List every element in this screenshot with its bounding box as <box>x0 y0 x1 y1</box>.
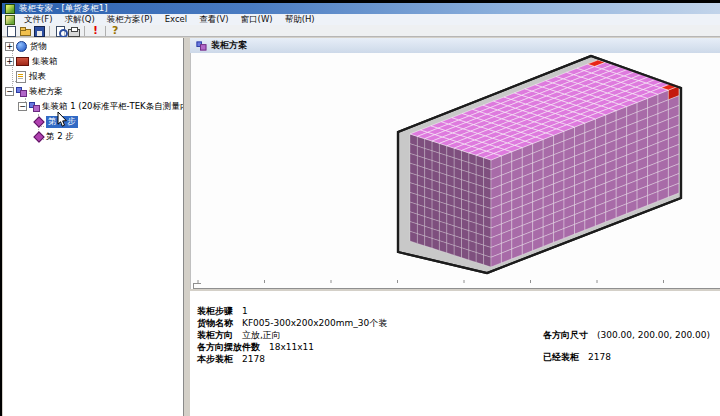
toolbar-separator <box>105 26 106 36</box>
new-document-button[interactable] <box>4 25 18 37</box>
info-label: 装柜步骤 <box>197 306 233 316</box>
tree-item-label: 装柜方案 <box>29 86 63 98</box>
splitter-handle[interactable] <box>193 283 201 284</box>
info-label: 已经装柜 <box>543 352 579 362</box>
info-row: 本步装柜2178 <box>197 353 265 366</box>
tree-expander[interactable]: + <box>5 42 14 51</box>
plan-panel-icon <box>197 41 206 50</box>
tree-item-reports[interactable]: 报表 <box>16 70 46 83</box>
menu-help[interactable]: 帮助(H) <box>279 14 321 25</box>
info-label: 各方向尺寸 <box>543 330 588 340</box>
print-button[interactable] <box>67 25 81 37</box>
solve-icon: ! <box>93 25 98 37</box>
window-title: 装柜专家 - [单货多柜1] <box>19 3 108 15</box>
step-icon <box>33 116 44 127</box>
save-icon <box>34 26 45 37</box>
tree-item-step-1[interactable]: 第 1 步 <box>33 115 78 128</box>
container-3d-drawing <box>191 53 720 289</box>
tree-item-label: 集装箱 1 (20标准平柜-TEK条自测量内尺寸) <box>42 101 184 113</box>
screen: 装柜专家 - [单货多柜1] 文件(F)求解(Q)装柜方案(P)Excel查看(… <box>0 0 720 416</box>
help-button[interactable]: ? <box>109 25 123 37</box>
menu-view[interactable]: 查看(V) <box>193 14 234 25</box>
toolbar-separator <box>49 26 50 36</box>
container-3d-view[interactable] <box>190 53 720 289</box>
toolbar: !? <box>2 25 720 37</box>
tree-item-plan[interactable]: 装柜方案 <box>16 85 63 98</box>
plan-panel-title: 装柜方案 <box>211 39 247 52</box>
menu-window[interactable]: 窗口(W) <box>235 14 279 25</box>
cargo-icon <box>16 41 27 52</box>
menu-plan[interactable]: 装柜方案(P) <box>101 14 159 25</box>
tree-item-label: 报表 <box>29 71 46 83</box>
info-row: 各方向尺寸(300.00, 200.00, 200.00) <box>543 329 710 342</box>
info-row: 已经装柜2178 <box>543 351 611 364</box>
open-folder-button[interactable] <box>18 25 32 37</box>
tree-expander[interactable]: − <box>5 87 14 96</box>
info-value: 2178 <box>242 354 265 364</box>
splitter[interactable] <box>193 288 720 289</box>
tree-expander[interactable]: + <box>5 57 14 66</box>
tree-item-label: 货物 <box>30 41 47 53</box>
tree-item-containers[interactable]: 集装箱 <box>16 55 58 68</box>
mouse-cursor <box>57 112 69 128</box>
tree-item-label: 集装箱 <box>32 56 58 68</box>
info-label: 各方向摆放件数 <box>197 342 260 352</box>
new-document-icon <box>7 26 16 37</box>
info-value: 18x11x11 <box>269 342 314 352</box>
info-value: (300.00, 200.00, 200.00) <box>597 330 710 340</box>
info-value: 2178 <box>588 352 611 362</box>
save-button[interactable] <box>32 25 46 37</box>
tree-expander[interactable]: − <box>18 102 27 111</box>
info-value: 1 <box>242 306 248 316</box>
mdi-child-icon <box>5 15 15 25</box>
report-icon <box>16 71 26 83</box>
step-icon <box>33 131 44 142</box>
tree-item-container-1[interactable]: 集装箱 1 (20标准平柜-TEK条自测量内尺寸) <box>29 100 184 113</box>
tree-item-label: 第 2 步 <box>46 131 74 143</box>
plan-panel-header: 装柜方案 <box>190 38 720 54</box>
title-bar[interactable]: 装柜专家 - [单货多柜1] <box>2 3 720 14</box>
info-value: 立放,正向 <box>242 330 281 340</box>
print-preview-button[interactable] <box>53 25 67 37</box>
solve-button[interactable]: ! <box>88 25 102 37</box>
toolbar-separator <box>84 26 85 36</box>
menu-file[interactable]: 文件(F) <box>18 14 59 25</box>
info-label: 本步装柜 <box>197 354 233 364</box>
app-icon <box>5 4 15 14</box>
step-info-panel: 装柜步骤1货物名称KF005-300x200x200mm_30个装装柜方向立放,… <box>190 291 720 416</box>
info-label: 装柜方向 <box>197 330 233 340</box>
plan-icon <box>29 102 39 112</box>
open-folder-icon <box>20 29 31 36</box>
tree-item-cargo[interactable]: 货物 <box>16 40 47 53</box>
navigation-tree: +货物+集装箱报表−装柜方案−集装箱 1 (20标准平柜-TEK条自测量内尺寸)… <box>3 38 184 416</box>
info-label: 货物名称 <box>197 318 233 328</box>
menu-excel[interactable]: Excel <box>159 14 194 25</box>
tree-item-step-2[interactable]: 第 2 步 <box>33 130 74 143</box>
print-icon <box>68 29 80 37</box>
help-icon: ? <box>112 25 118 37</box>
plan-icon <box>16 87 26 97</box>
container-icon <box>16 57 29 66</box>
info-value: KF005-300x200x200mm_30个装 <box>242 318 387 328</box>
